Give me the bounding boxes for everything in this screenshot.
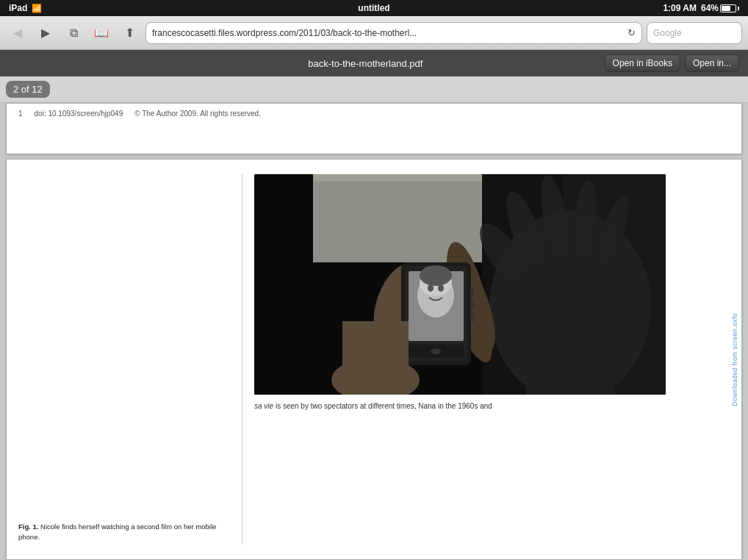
page-left-column: Fig. 1. Nicole finds herself watching a …	[7, 159, 242, 559]
browser-tab-title: untitled	[358, 3, 389, 13]
battery-tip	[738, 7, 739, 10]
browser-chrome: ◀ ▶ ⧉ 📖 ⬆ francescocasetti.files.wordpre…	[0, 16, 748, 50]
page1-number: 1	[18, 110, 23, 118]
svg-rect-27	[470, 313, 474, 322]
open-ibooks-button[interactable]: Open in iBooks	[605, 54, 680, 72]
ipad-label: iPad	[9, 3, 27, 13]
caption-bold: Fig. 1.	[18, 523, 38, 531]
svg-rect-30	[254, 174, 313, 395]
battery-indicator: 64%	[701, 3, 739, 13]
page-1-partial: 1 doi: 10.1093/screen/hjp049 © The Autho…	[6, 103, 742, 154]
svg-rect-12	[563, 174, 666, 395]
tab-icon: ⧉	[70, 26, 78, 40]
battery-body	[720, 4, 736, 12]
bookmark-icon: 📖	[94, 26, 109, 40]
page-inner: Fig. 1. Nicole finds herself watching a …	[7, 159, 741, 559]
watermark-wrapper: Downloaded from screen.oxfo	[728, 159, 741, 559]
pdf-filename: back-to-the-motherland.pdf	[126, 58, 605, 69]
status-right: 1:09 AM 64%	[663, 3, 739, 13]
address-text: francescocasetti.files.wordpress.com/201…	[152, 28, 625, 38]
bookmark-button[interactable]: 📖	[90, 21, 113, 45]
body-text-content: is seen by two spectators at different t…	[276, 402, 492, 410]
address-bar[interactable]: francescocasetti.files.wordpress.com/201…	[145, 22, 642, 44]
pdf-banner: back-to-the-motherland.pdf Open in iBook…	[0, 50, 748, 76]
forward-icon: ▶	[41, 26, 50, 40]
search-placeholder: Google	[653, 28, 682, 38]
pdf-action-buttons: Open in iBooks Open in...	[605, 54, 739, 72]
battery-percent: 64%	[701, 3, 719, 13]
refresh-button[interactable]: ↻	[627, 27, 636, 38]
watermark-text: Downloaded from screen.oxfo	[731, 313, 738, 406]
body-text: sa vie is seen by two spectators at diff…	[254, 401, 666, 412]
svg-rect-26	[470, 301, 474, 309]
caption-body: Nicole finds herself watching a second f…	[18, 523, 216, 540]
page1-doi: doi: 10.1093/screen/hjp049	[35, 110, 123, 118]
page-2-main: Fig. 1. Nicole finds herself watching a …	[6, 159, 742, 560]
svg-point-24	[420, 265, 452, 286]
share-icon: ⬆	[125, 26, 134, 40]
time-display: 1:09 AM	[663, 3, 697, 13]
page-badge: 2 of 12	[6, 81, 50, 98]
back-icon: ◀	[13, 26, 22, 40]
wifi-icon: 📶	[32, 4, 42, 13]
figure-caption: Fig. 1. Nicole finds herself watching a …	[18, 522, 230, 542]
page-right-column: sa vie is seen by two spectators at diff…	[242, 159, 741, 559]
search-bar[interactable]: Google	[647, 22, 742, 44]
status-left: iPad 📶	[9, 3, 42, 13]
back-button[interactable]: ◀	[6, 21, 29, 45]
tab-button[interactable]: ⧉	[62, 21, 85, 45]
page-indicator-area: 2 of 12	[0, 76, 748, 103]
svg-rect-32	[342, 321, 409, 395]
open-in-button[interactable]: Open in...	[685, 54, 739, 72]
svg-point-29	[431, 348, 441, 354]
page1-rights: © The Author 2009. All rights reserved.	[134, 110, 261, 118]
status-bar: iPad 📶 untitled 1:09 AM 64%	[0, 0, 748, 16]
svg-rect-2	[298, 174, 482, 182]
forward-button[interactable]: ▶	[34, 21, 57, 45]
share-button[interactable]: ⬆	[118, 21, 141, 45]
body-text-italic: sa vie	[254, 402, 273, 410]
svg-rect-25	[470, 288, 474, 297]
figure-image	[254, 174, 666, 395]
pdf-content-area[interactable]: 1 doi: 10.1093/screen/hjp049 © The Autho…	[0, 103, 748, 560]
battery-fill	[722, 6, 730, 11]
